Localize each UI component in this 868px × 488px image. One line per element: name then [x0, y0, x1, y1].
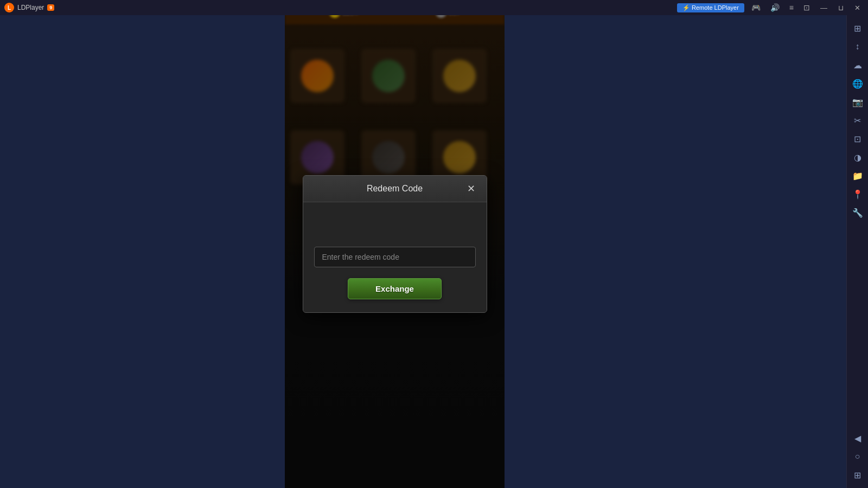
sidebar-icon-halfcircle[interactable]: ◑: [849, 149, 866, 166]
restore-button[interactable]: ⊔: [835, 3, 847, 13]
menu-icon[interactable]: ≡: [787, 2, 796, 13]
sidebar-icon-folder[interactable]: 📁: [849, 167, 866, 184]
titlebar-right: ⚡ Remote LDPlayer 🎮 🔊 ≡ ⊡ — ⊔ ✕: [677, 2, 864, 13]
sidebar-circle-button[interactable]: ○: [849, 448, 866, 465]
redeem-code-input[interactable]: [314, 247, 476, 267]
sidebar-icon-display[interactable]: ⊡: [849, 130, 866, 147]
sidebar-icon-resize[interactable]: ↕: [849, 38, 866, 55]
dialog-info-area: [314, 213, 476, 240]
expand-icon[interactable]: ⊡: [801, 2, 813, 13]
left-panel: [0, 15, 285, 488]
remote-ldplayer-button[interactable]: ⚡ Remote LDPlayer: [677, 3, 744, 12]
sidebar-icon-grid[interactable]: ⊞: [849, 20, 866, 37]
ldplayer-logo: L: [4, 3, 14, 12]
sidebar-icon-camera[interactable]: 📷: [849, 93, 866, 111]
sidebar-icon-scissors[interactable]: ✂: [849, 112, 866, 129]
dialog-close-button[interactable]: ✕: [465, 182, 478, 195]
sidebar-icon-location[interactable]: 📍: [849, 185, 866, 203]
exchange-button[interactable]: Exchange: [348, 278, 442, 299]
dialog-body: Exchange: [303, 202, 487, 312]
app-title: LDPlayer: [17, 4, 44, 11]
controller-icon[interactable]: 🎮: [749, 2, 763, 13]
sidebar-collapse-button[interactable]: ◀: [849, 429, 866, 447]
sidebar-icon-cloud[interactable]: ☁: [849, 56, 866, 74]
right-sidebar: ⊞ ↕ ☁ 🌐 📷 ✂ ⊡ ◑ 📁 📍 🔧 ◀ ○ ⊞: [846, 15, 868, 488]
dialog-header: Redeem Code ✕: [303, 176, 487, 202]
dialog-overlay: Redeem Code ✕ Exchange: [285, 0, 505, 488]
minimize-button[interactable]: —: [817, 3, 831, 13]
sidebar-icon-globe[interactable]: 🌐: [849, 75, 866, 92]
version-badge: 9: [47, 4, 54, 11]
titlebar-left: L LDPlayer 9: [4, 3, 54, 12]
sidebar-grid-button[interactable]: ⊞: [849, 466, 866, 484]
titlebar: L LDPlayer 9 ⚡ Remote LDPlayer 🎮 🔊 ≡ ⊡ —…: [0, 0, 868, 15]
volume-icon[interactable]: 🔊: [768, 2, 782, 13]
emulator-panel: 1234 567: [285, 0, 505, 488]
close-button[interactable]: ✕: [851, 3, 864, 13]
sidebar-icon-settings[interactable]: 🔧: [849, 204, 866, 221]
dialog-title: Redeem Code: [325, 184, 465, 194]
redeem-code-dialog: Redeem Code ✕ Exchange: [303, 175, 487, 313]
